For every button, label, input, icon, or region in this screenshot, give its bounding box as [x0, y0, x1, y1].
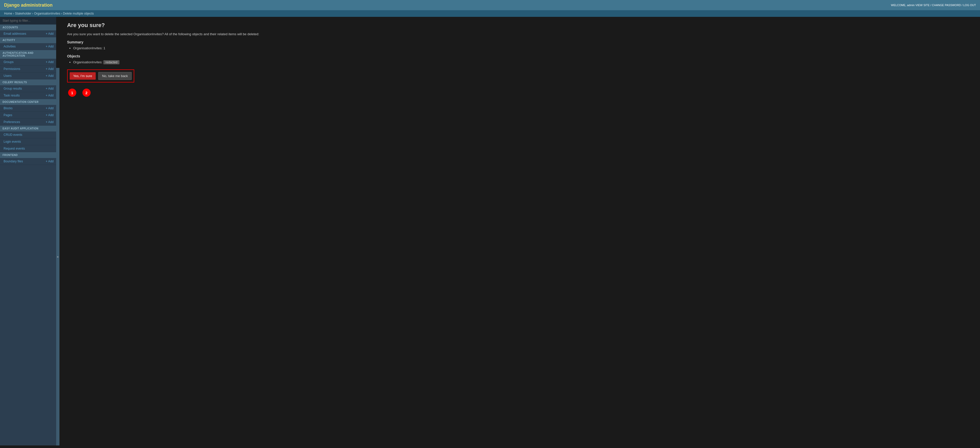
user-tools: WELCOME, admin VIEW SITE / CHANGE PASSWO…	[891, 3, 976, 6]
objects-list: OrganisationInvites: redacted	[73, 60, 972, 64]
sidebar-add-boundary-files[interactable]: + Add	[46, 159, 54, 163]
main-content: Are you sure? Are you sure you want to d…	[59, 17, 980, 445]
breadcrumb-current: Delete multiple objects	[63, 12, 94, 15]
sidebar-add-users[interactable]: + Add	[46, 74, 54, 78]
sidebar-add-blocks[interactable]: + Add	[46, 107, 54, 110]
sidebar-add-email-addresses[interactable]: + Add	[46, 32, 54, 35]
sidebar-link-blocks[interactable]: Blocks	[3, 107, 13, 110]
breadcrumb-stakeholder[interactable]: Stakeholder	[15, 12, 32, 15]
sidebar-item-0-0: Email addresses+ Add	[0, 30, 56, 37]
sidebar-item-4-2: Preferences+ Add	[0, 119, 56, 126]
sidebar-item-1-0: Activities+ Add	[0, 43, 56, 50]
sidebar-section-2: AUTHENTICATION AND AUTHORIZATION	[0, 50, 56, 59]
sidebar-link-crud-events[interactable]: CRUD events	[3, 133, 22, 137]
sidebar-add-group-results[interactable]: + Add	[46, 87, 54, 90]
sidebar-add-task-results[interactable]: + Add	[46, 94, 54, 97]
sidebar-link-permissions[interactable]: Permissions	[3, 67, 20, 71]
logout-link[interactable]: LOG OUT	[963, 3, 976, 6]
sidebar-item-6-0: Boundary files+ Add	[0, 158, 56, 165]
sidebar-add-preferences[interactable]: + Add	[46, 120, 54, 124]
sidebar-item-2-0: Groups+ Add	[0, 59, 56, 65]
sidebar-link-login-events[interactable]: Login events	[3, 140, 21, 143]
sidebar-link-email-addresses[interactable]: Email addresses	[3, 32, 26, 35]
sidebar: ACCOUNTSEmail addresses+ AddACTIVITYActi…	[0, 17, 56, 445]
steps-row: 1 2	[67, 89, 972, 97]
sidebar-section-0: ACCOUNTS	[0, 24, 56, 30]
sidebar-collapse-button[interactable]: «	[56, 68, 59, 445]
objects-label: OrganisationInvites:	[73, 60, 103, 64]
main-container: ACCOUNTSEmail addresses+ AddACTIVITYActi…	[0, 17, 980, 445]
breadcrumb: Home › Stakeholder › OrganisationInvites…	[0, 10, 980, 17]
step-2-circle: 2	[83, 89, 91, 97]
sidebar-link-request-events[interactable]: Request events	[3, 147, 25, 150]
step-1-circle: 1	[68, 89, 76, 97]
sidebar-item-5-1: Login events	[0, 138, 56, 145]
view-site-link[interactable]: VIEW SITE	[915, 3, 930, 6]
no-take-me-back-button[interactable]: No, take me back	[98, 72, 132, 80]
yes-im-sure-button[interactable]: Yes, I'm sure	[70, 72, 96, 80]
change-password-link[interactable]: CHANGE PASSWORD	[932, 3, 961, 6]
summary-heading: Summary	[67, 40, 972, 44]
objects-value: redacted	[103, 60, 119, 64]
sidebar-item-2-1: Permissions+ Add	[0, 65, 56, 72]
sidebar-item-2-2: Users+ Add	[0, 72, 56, 80]
page-title: Are you sure?	[67, 22, 972, 29]
sidebar-link-activities[interactable]: Activities	[3, 45, 16, 48]
sidebar-link-group-results[interactable]: Group results	[3, 87, 22, 90]
sidebar-link-boundary-files[interactable]: Boundary files	[3, 159, 23, 163]
sidebar-link-preferences[interactable]: Preferences	[3, 120, 20, 124]
sidebar-sections: ACCOUNTSEmail addresses+ AddACTIVITYActi…	[0, 24, 56, 165]
breadcrumb-org-invites[interactable]: OrganisationInvites	[34, 12, 60, 15]
sidebar-item-5-2: Request events	[0, 145, 56, 152]
sidebar-section-6: FRONTEND	[0, 152, 56, 158]
sidebar-item-3-1: Task results+ Add	[0, 92, 56, 99]
sidebar-section-5: EASY AUDIT APPLICATION	[0, 126, 56, 131]
confirm-button-row: Yes, I'm sure No, take me back	[67, 69, 134, 83]
sidebar-link-groups[interactable]: Groups	[3, 60, 14, 64]
warning-text: Are you sure you want to delete the sele…	[67, 32, 972, 36]
sidebar-filter-input[interactable]	[0, 17, 56, 24]
header: Django administration WELCOME, admin VIE…	[0, 0, 980, 10]
sidebar-add-groups[interactable]: + Add	[46, 60, 54, 64]
sidebar-item-4-1: Pages+ Add	[0, 112, 56, 119]
sidebar-section-1: ACTIVITY	[0, 37, 56, 43]
sidebar-add-pages[interactable]: + Add	[46, 113, 54, 117]
sidebar-item-5-0: CRUD events	[0, 131, 56, 138]
sidebar-item-3-0: Group results+ Add	[0, 85, 56, 92]
objects-heading: Objects	[67, 54, 972, 58]
welcome-text: WELCOME,	[891, 3, 906, 6]
sidebar-item-4-0: Blocks+ Add	[0, 105, 56, 112]
breadcrumb-home[interactable]: Home	[4, 12, 12, 15]
sidebar-link-users[interactable]: Users	[3, 74, 11, 78]
summary-item: OrganisationInvites: 1	[73, 46, 972, 50]
sidebar-section-3: CELERY RESULTS	[0, 80, 56, 85]
sidebar-section-4: DOCUMENTATION CENTER	[0, 99, 56, 105]
objects-item: OrganisationInvites: redacted	[73, 60, 972, 64]
site-title: Django administration	[4, 3, 52, 8]
sidebar-link-task-results[interactable]: Task results	[3, 94, 20, 97]
sidebar-add-activities[interactable]: + Add	[46, 45, 54, 48]
sidebar-link-pages[interactable]: Pages	[3, 113, 12, 117]
summary-list: OrganisationInvites: 1	[73, 46, 972, 50]
sidebar-add-permissions[interactable]: + Add	[46, 67, 54, 71]
username: admin	[907, 3, 915, 6]
